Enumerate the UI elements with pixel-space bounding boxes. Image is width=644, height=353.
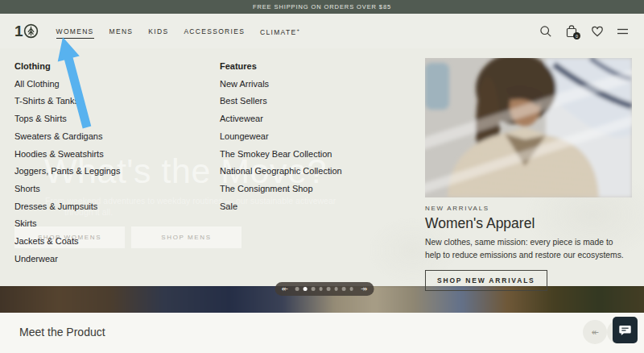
section-prev-button[interactable]: ↞ (583, 320, 607, 344)
cart-bag-icon[interactable]: 0 (564, 24, 578, 38)
carousel-dot[interactable] (350, 287, 354, 291)
menu-item-best-sellers[interactable]: Best Sellers (220, 93, 342, 110)
carousel-dot[interactable] (295, 287, 299, 291)
chat-widget-button[interactable] (613, 317, 638, 343)
carousel-dot-active[interactable] (303, 287, 308, 292)
carousel-dots (295, 287, 353, 292)
menu-item-dresses-jumpsuits[interactable]: Dresses & Jumpsuits (14, 198, 120, 216)
menu-item-loungewear[interactable]: Loungewear (220, 128, 342, 146)
menu-item-shorts[interactable]: Shorts (14, 181, 120, 198)
meet-the-product-section: Meet the Product ↞ (0, 313, 644, 353)
search-icon[interactable] (539, 24, 552, 38)
menu-item-hoodies-sweatshirts[interactable]: Hoodies & Sweatshirts (14, 146, 120, 164)
navbar-icons: 0 (539, 24, 630, 38)
promo-image-womens-apparel[interactable] (425, 58, 632, 197)
free-shipping-banner: FREE SHIPPING ON ORDERS OVER $85 (0, 0, 644, 14)
menu-item-jackets-coats[interactable]: Jackets & Coats (14, 233, 120, 251)
menu-item-sweaters-cardigans[interactable]: Sweaters & Cardigans (14, 128, 120, 146)
menu-item-tshirts-tanks[interactable]: T-Shirts & Tanks (14, 93, 120, 110)
cart-count-badge: 0 (573, 32, 580, 39)
nav-link-womens[interactable]: WOMENS (56, 24, 94, 39)
logo-tree-circle-icon (23, 23, 39, 39)
clothing-column-title: Clothing (14, 58, 120, 76)
menu-item-all-clothing[interactable]: All Clothing (14, 76, 120, 93)
logo-numeral: 1 (14, 23, 23, 40)
nav-link-kids[interactable]: KIDS (148, 24, 168, 38)
new-arrivals-promo-card: NEW ARRIVALS Women's Apparel New clothes… (425, 58, 632, 291)
promo-description: New clothes, same mission: every piece i… (425, 236, 628, 262)
nav-link-climate[interactable]: CLIMATE+ (260, 24, 299, 39)
nav-link-mens[interactable]: MENS (109, 24, 134, 38)
shop-new-arrivals-button[interactable]: SHOP NEW ARRIVALS (425, 270, 547, 291)
tentree-homepage: FREE SHIPPING ON ORDERS OVER $85 1 WOMEN… (0, 0, 644, 353)
carousel-next-arrow[interactable]: ↠ (361, 285, 367, 293)
menu-item-joggers-pants-leggings[interactable]: Joggers, Pants & Leggings (14, 163, 120, 181)
features-column-title: Features (220, 58, 342, 76)
carousel-dot[interactable] (342, 287, 346, 291)
menu-item-new-arrivals[interactable]: New Arrivals (220, 76, 342, 93)
menu-item-smokey-bear-collection[interactable]: The Smokey Bear Collection (220, 146, 342, 164)
hero-carousel-controls: ↞ ↠ (275, 282, 374, 296)
menu-item-underwear[interactable]: Underwear (14, 251, 120, 268)
tentree-logo[interactable]: 1 (14, 23, 39, 40)
menu-item-activewear[interactable]: Activewear (220, 110, 342, 128)
menu-item-consignment-shop[interactable]: The Consignment Shop (220, 181, 342, 198)
menu-item-sale[interactable]: Sale (220, 198, 342, 216)
carousel-dot[interactable] (335, 287, 339, 291)
wishlist-heart-icon[interactable] (590, 24, 604, 38)
promo-eyebrow: NEW ARRIVALS (425, 205, 632, 212)
carousel-dot[interactable] (320, 287, 324, 291)
carousel-dot[interactable] (312, 287, 316, 291)
shop-mens-button-ghost: SHOP MENS (131, 226, 242, 248)
menu-column-clothing: Clothing All Clothing T-Shirts & Tanks T… (14, 58, 120, 268)
hamburger-menu-icon[interactable] (616, 24, 630, 38)
primary-nav: WOMENS MENS KIDS ACCESSORIES CLIMATE+ (56, 24, 299, 39)
carousel-dot[interactable] (327, 287, 331, 291)
banner-text: FREE SHIPPING ON ORDERS OVER $85 (253, 3, 391, 10)
menu-item-national-geographic-collection[interactable]: National Geographic Collection (220, 163, 342, 181)
climate-plus-mark: + (296, 27, 299, 32)
womens-mega-menu: What's the Move? From weekend adventures… (0, 48, 644, 286)
carousel-prev-arrow[interactable]: ↞ (282, 285, 288, 293)
meet-the-product-title: Meet the Product (19, 326, 105, 338)
menu-item-skirts[interactable]: Skirts (14, 215, 120, 233)
main-navbar: 1 WOMENS MENS KIDS ACCESSORIES CLIMATE+ … (0, 14, 644, 48)
menu-item-tops-shirts[interactable]: Tops & Shirts (14, 110, 120, 128)
promo-title: Women's Apparel (425, 215, 632, 232)
chat-bubble-icon (618, 323, 632, 337)
nav-link-accessories[interactable]: ACCESSORIES (184, 24, 245, 38)
menu-column-features: Features New Arrivals Best Sellers Activ… (220, 58, 342, 215)
